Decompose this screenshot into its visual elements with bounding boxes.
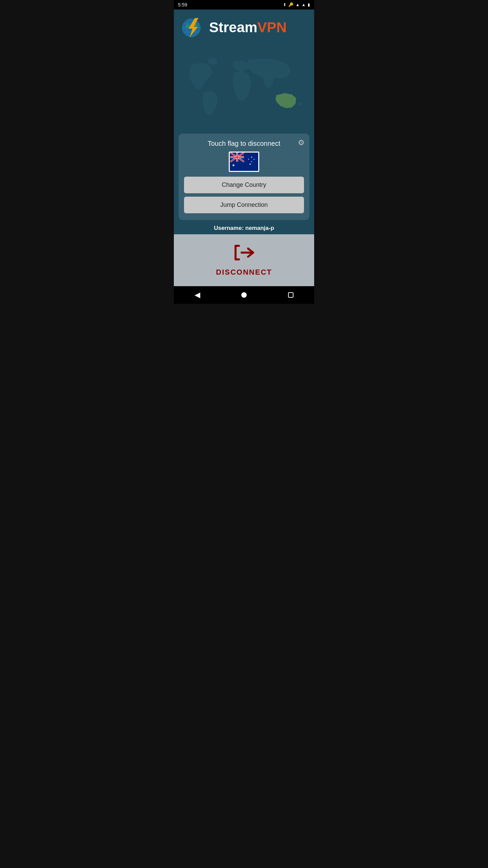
username-text: Username: nemanja-p (214, 225, 274, 231)
disconnect-label: DISCONNECT (216, 268, 272, 277)
username-bar: Username: nemanja-p (174, 220, 314, 234)
settings-icon[interactable]: ⚙ (298, 138, 305, 147)
svg-point-20 (248, 159, 249, 160)
svg-point-18 (253, 159, 255, 160)
status-bar: 5:59 ⬆ 🔑 ▲ ▲ ▮ (174, 0, 314, 9)
logo-stream: Stream (209, 19, 257, 35)
status-time: 5:59 (178, 2, 187, 7)
flag-container (184, 152, 304, 172)
svg-point-17 (251, 157, 252, 158)
world-map-container (174, 43, 314, 134)
logo-vpn: VPN (257, 19, 286, 35)
australia-flag[interactable] (229, 152, 259, 172)
logo-text: StreamVPN (209, 20, 287, 35)
app-logo-icon (181, 16, 204, 39)
upload-icon: ⬆ (283, 2, 286, 7)
disconnect-icon (232, 242, 256, 266)
change-country-button[interactable]: Change Country (184, 177, 304, 193)
recent-icon (288, 292, 293, 298)
app-content: StreamVPN (174, 9, 314, 286)
svg-point-21 (249, 163, 251, 165)
svg-rect-15 (230, 157, 244, 158)
nav-home-button[interactable] (237, 288, 251, 302)
connection-panel: Touch flag to disconnect ⚙ (179, 134, 309, 220)
panel-title: Touch flag to disconnect (184, 140, 304, 147)
battery-icon: ▮ (308, 2, 310, 7)
back-icon: ◀ (195, 291, 200, 299)
svg-point-19 (251, 161, 252, 162)
home-icon (241, 292, 247, 298)
bottom-nav: ◀ (174, 286, 314, 304)
header: StreamVPN (174, 9, 314, 43)
status-icons: ⬆ 🔑 ▲ ▲ ▮ (283, 2, 310, 7)
wifi-icon: ▲ (296, 2, 300, 7)
disconnect-button[interactable]: DISCONNECT (174, 234, 314, 286)
nav-back-button[interactable]: ◀ (190, 288, 205, 302)
nav-recent-button[interactable] (283, 288, 298, 302)
signal-icon: ▲ (302, 2, 306, 7)
jump-connection-button[interactable]: Jump Connection (184, 197, 304, 213)
key-icon: 🔑 (288, 2, 293, 7)
world-map (181, 53, 307, 123)
